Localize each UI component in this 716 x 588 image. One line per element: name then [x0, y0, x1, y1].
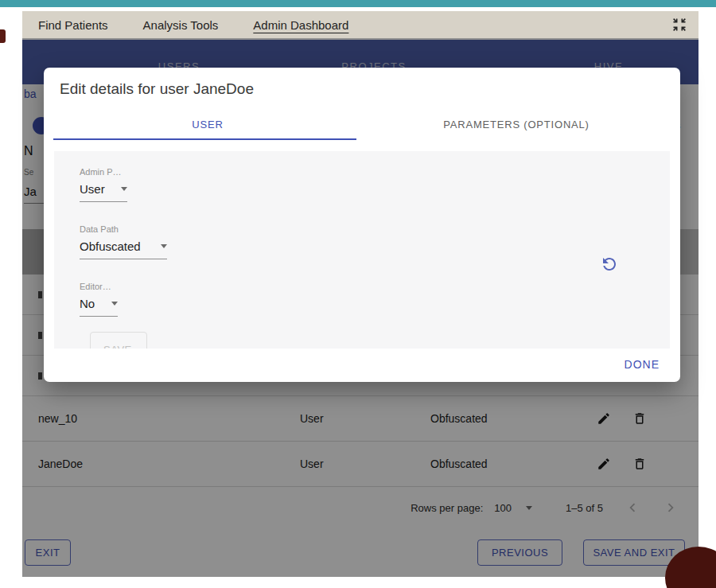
screenshot-canvas: Find Patients Analysis Tools Admin Dashb… [0, 0, 716, 588]
data-path-select[interactable]: Data Path Obfuscated [80, 224, 167, 259]
modal-tabs: USER PARAMETERS (OPTIONAL) [53, 109, 671, 139]
field-value: No [80, 297, 95, 310]
field-value: Obfuscated [80, 239, 141, 253]
photo-artifact-left [0, 29, 6, 43]
modal-tab-parameters[interactable]: PARAMETERS (OPTIONAL) [362, 109, 671, 139]
top-teal-strip [0, 0, 716, 7]
collapse-fullscreen-icon[interactable] [671, 17, 687, 33]
field-label: Data Path [80, 224, 167, 234]
modal-tab-user[interactable]: USER [53, 109, 362, 139]
chevron-down-icon [111, 302, 118, 306]
editor-select[interactable]: Editor… No [80, 282, 118, 317]
nav-admin-dashboard[interactable]: Admin Dashboard [253, 18, 348, 32]
reset-refresh-icon[interactable] [600, 255, 619, 274]
save-button[interactable]: SAVE [90, 332, 147, 349]
user-form-panel: Admin P… User Data Path Obfuscated Edito… [54, 151, 670, 349]
admin-privileges-select[interactable]: Admin P… User [80, 167, 127, 202]
edit-user-modal: Edit details for user JaneDoe USER PARAM… [44, 68, 680, 382]
field-label: Editor… [80, 282, 118, 291]
chevron-down-icon [161, 244, 167, 248]
done-button[interactable]: DONE [623, 355, 661, 374]
chevron-down-icon [121, 187, 127, 191]
active-tab-underline [53, 138, 356, 140]
field-label: Admin P… [80, 167, 127, 177]
field-value: User [80, 182, 105, 196]
top-navbar: Find Patients Analysis Tools Admin Dashb… [22, 11, 698, 38]
nav-analysis-tools[interactable]: Analysis Tools [143, 18, 219, 32]
nav-find-patients[interactable]: Find Patients [38, 18, 108, 32]
modal-title: Edit details for user JaneDoe [60, 80, 254, 98]
